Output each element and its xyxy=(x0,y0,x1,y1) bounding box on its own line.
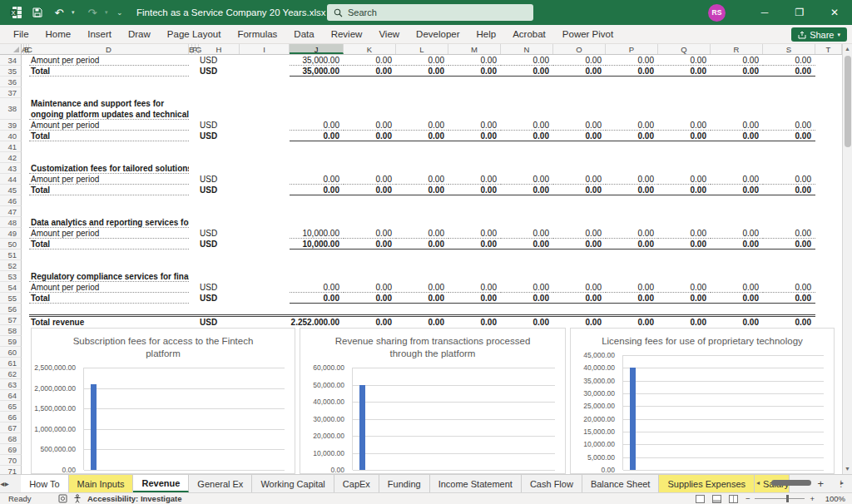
cell-currency[interactable]: USD xyxy=(199,228,240,239)
cell-currency[interactable]: USD xyxy=(199,282,240,293)
cell-value[interactable]: 0.00 xyxy=(658,120,711,131)
cell-value[interactable]: 0.00 xyxy=(763,228,815,239)
row-number-61[interactable]: 61 xyxy=(0,358,22,368)
cell-value[interactable]: 0.00 xyxy=(396,66,448,77)
cell-abc[interactable] xyxy=(22,131,29,141)
cell-abc[interactable] xyxy=(22,87,29,98)
column-header-Q[interactable]: Q xyxy=(658,44,711,54)
minimize-button[interactable]: ─ xyxy=(747,0,782,25)
horizontal-scrollbar[interactable]: ◂ ▸ xyxy=(756,477,844,488)
cell-value[interactable]: 0.00 xyxy=(344,314,396,325)
cell-value[interactable]: 0.00 xyxy=(711,66,763,77)
cell-currency[interactable]: USD xyxy=(199,185,240,195)
tab-scroll-right-icon[interactable]: ▸ xyxy=(5,475,10,492)
sheet-tab-cash-flow[interactable]: Cash Flow xyxy=(522,475,582,492)
cell-efg[interactable] xyxy=(189,293,199,304)
cell-i[interactable] xyxy=(240,120,290,131)
row-number-59[interactable]: 59 xyxy=(0,336,22,347)
cell-value[interactable]: 0.00 xyxy=(290,174,344,185)
row-number-50[interactable]: 50 xyxy=(0,239,22,250)
cell-value[interactable]: 0.00 xyxy=(396,174,448,185)
row-number-49[interactable]: 49 xyxy=(0,228,22,239)
cell-abc[interactable] xyxy=(22,239,29,250)
horizontal-scroll-thumb[interactable] xyxy=(771,480,811,486)
row-number-63[interactable]: 63 xyxy=(0,379,22,390)
ribbon-tab-draw[interactable]: Draw xyxy=(120,25,159,44)
cell-abc[interactable] xyxy=(22,66,29,77)
cell-value[interactable]: 0.00 xyxy=(290,282,344,293)
cell-t[interactable] xyxy=(815,293,842,304)
cell-value[interactable]: 0.00 xyxy=(711,282,763,293)
row-number-64[interactable]: 64 xyxy=(0,390,22,401)
cell-value[interactable]: 0.00 xyxy=(501,174,553,185)
cell-label[interactable]: Regulatory compliance services for finan… xyxy=(29,271,189,282)
search-input[interactable] xyxy=(348,7,506,17)
cell-i[interactable] xyxy=(240,174,290,185)
cell-value[interactable]: 0.00 xyxy=(658,55,711,66)
cell-efg[interactable] xyxy=(189,282,199,293)
cell-value[interactable]: 0.00 xyxy=(711,293,763,304)
cell-abc[interactable] xyxy=(22,466,29,474)
scroll-down-icon[interactable]: ▼ xyxy=(843,464,852,474)
cell-value[interactable]: 0.00 xyxy=(344,282,396,293)
row-number-51[interactable]: 51 xyxy=(0,250,22,260)
cell-value[interactable]: 0.00 xyxy=(448,131,501,141)
cell-value[interactable]: 0.00 xyxy=(553,293,606,304)
cell-abc[interactable] xyxy=(22,271,29,282)
sheet-tab-supplies-expenses[interactable]: Supplies Expenses xyxy=(659,475,755,492)
cell-value[interactable]: 0.00 xyxy=(711,120,763,131)
sheet-tab-balance-sheet[interactable]: Balance Sheet xyxy=(582,475,660,492)
macro-record-icon[interactable] xyxy=(58,494,67,503)
ribbon-tab-home[interactable]: Home xyxy=(37,25,80,44)
row-number-52[interactable]: 52 xyxy=(0,260,22,271)
cell-label[interactable]: Total xyxy=(29,239,189,250)
cell-value[interactable]: 0.00 xyxy=(396,239,448,250)
cell-value[interactable]: 0.00 xyxy=(606,314,658,325)
ribbon-tab-acrobat[interactable]: Acrobat xyxy=(504,25,554,44)
page-layout-view-icon[interactable] xyxy=(712,495,721,503)
close-button[interactable]: ✕ xyxy=(817,0,852,25)
row-number-44[interactable]: 44 xyxy=(0,174,22,185)
cell-abc[interactable] xyxy=(22,195,29,206)
cell-value[interactable]: 0.00 xyxy=(501,228,553,239)
column-header-K[interactable]: K xyxy=(344,44,396,54)
search-box[interactable] xyxy=(327,4,533,21)
ribbon-tab-page-layout[interactable]: Page Layout xyxy=(159,25,230,44)
sheet-tab-how-to[interactable]: How To xyxy=(21,475,68,492)
cell-value[interactable]: 0.00 xyxy=(711,185,763,195)
cell-value[interactable]: 0.00 xyxy=(553,174,606,185)
cell-abc[interactable] xyxy=(22,422,29,433)
row-number-36[interactable]: 36 xyxy=(0,77,22,87)
cell-abc[interactable] xyxy=(22,152,29,163)
column-header-I[interactable]: I xyxy=(240,44,290,54)
row-number-71[interactable]: 71 xyxy=(0,466,22,474)
cell-value[interactable]: 0.00 xyxy=(606,185,658,195)
cell-efg[interactable] xyxy=(189,185,199,195)
row-number-35[interactable]: 35 xyxy=(0,66,22,77)
cell-value[interactable]: 0.00 xyxy=(501,293,553,304)
sheet-tab-main-inputs[interactable]: Main Inputs xyxy=(69,475,134,492)
column-header-L[interactable]: L xyxy=(396,44,448,54)
cell-value[interactable]: 0.00 xyxy=(763,66,815,77)
undo-dropdown-icon[interactable]: ▾ xyxy=(72,9,80,16)
excel-logo-icon[interactable]: X xyxy=(7,3,25,22)
cell-value[interactable]: 0.00 xyxy=(658,228,711,239)
cell-value[interactable]: 0.00 xyxy=(711,55,763,66)
cell-value[interactable]: 0.00 xyxy=(553,131,606,141)
cell-value[interactable]: 0.00 xyxy=(553,282,606,293)
cell-abc[interactable] xyxy=(22,455,29,466)
cell-value[interactable]: 0.00 xyxy=(606,282,658,293)
cell-abc[interactable] xyxy=(22,185,29,195)
cell-value[interactable]: 35,000.00 xyxy=(290,55,344,66)
cell-currency[interactable]: USD xyxy=(199,55,240,66)
row-number-58[interactable]: 58 xyxy=(0,325,22,336)
restore-button[interactable]: ❐ xyxy=(782,0,817,25)
cell-value[interactable]: 0.00 xyxy=(763,293,815,304)
sheet-tab-funding[interactable]: Funding xyxy=(379,475,430,492)
cell-abc[interactable] xyxy=(22,304,29,314)
cell-currency[interactable]: USD xyxy=(199,314,240,325)
cell-label[interactable]: Total xyxy=(29,293,189,304)
row-number-42[interactable]: 42 xyxy=(0,152,22,163)
cell-value[interactable]: 0.00 xyxy=(658,66,711,77)
cell-value[interactable]: 0.00 xyxy=(501,131,553,141)
